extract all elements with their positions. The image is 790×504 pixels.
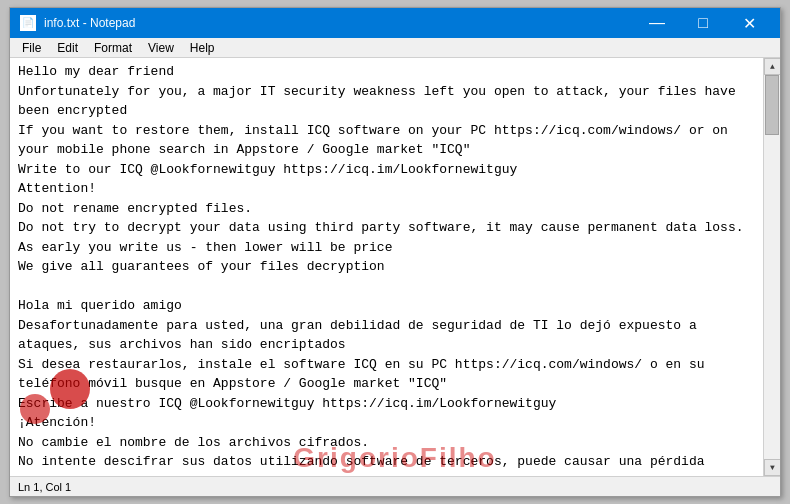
- menu-format[interactable]: Format: [86, 39, 140, 57]
- title-bar-left: 📄 info.txt - Notepad: [20, 15, 135, 31]
- menu-file[interactable]: File: [14, 39, 49, 57]
- window-title: info.txt - Notepad: [44, 16, 135, 30]
- status-text: Ln 1, Col 1: [18, 481, 71, 493]
- text-editor[interactable]: Hello my dear friend Unfortunately for y…: [10, 58, 763, 476]
- menu-edit[interactable]: Edit: [49, 39, 86, 57]
- menu-bar: File Edit Format View Help: [10, 38, 780, 58]
- scrollbar: ▲ ▼: [763, 58, 780, 476]
- maximize-button[interactable]: □: [680, 8, 726, 38]
- scroll-up-button[interactable]: ▲: [764, 58, 780, 75]
- minimize-button[interactable]: —: [634, 8, 680, 38]
- status-bar: Ln 1, Col 1: [10, 476, 780, 496]
- menu-help[interactable]: Help: [182, 39, 223, 57]
- notepad-window: 📄 info.txt - Notepad — □ ✕ File Edit For…: [9, 7, 781, 497]
- close-button[interactable]: ✕: [726, 8, 772, 38]
- menu-view[interactable]: View: [140, 39, 182, 57]
- title-bar: 📄 info.txt - Notepad — □ ✕: [10, 8, 780, 38]
- notepad-icon: 📄: [20, 15, 36, 31]
- scroll-down-button[interactable]: ▼: [764, 459, 780, 476]
- scroll-track[interactable]: [764, 75, 780, 459]
- content-area: Hello my dear friend Unfortunately for y…: [10, 58, 780, 476]
- window-controls: — □ ✕: [634, 8, 772, 38]
- scroll-thumb[interactable]: [765, 75, 779, 135]
